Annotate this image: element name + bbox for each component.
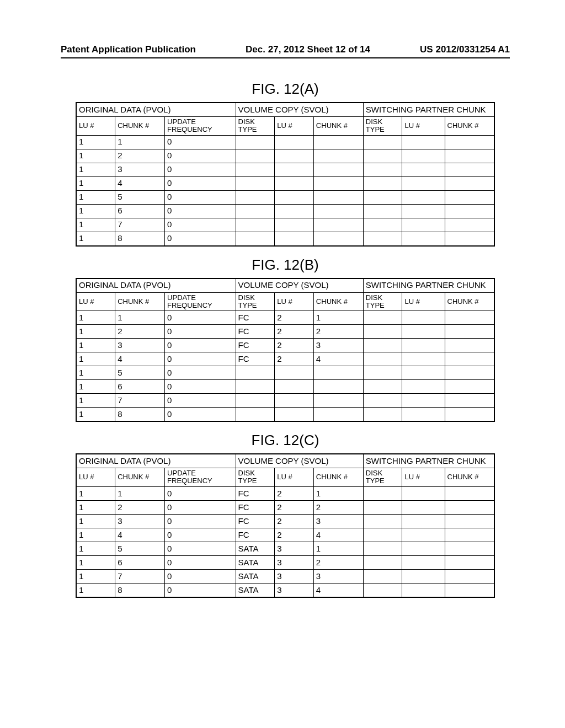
cell-lu: 1: [76, 542, 115, 555]
group-pvol: ORIGINAL DATA (PVOL): [76, 103, 236, 117]
col-chunk: CHUNK #: [445, 117, 494, 136]
table-row: 110FC21: [76, 486, 494, 500]
table-row: 170: [76, 218, 494, 232]
cell-lu: 1: [76, 486, 115, 500]
cell-upd: 0: [165, 218, 236, 232]
cell-pdisk: [363, 542, 402, 555]
cell-pdisk: [363, 352, 402, 366]
cell-pdisk: [363, 583, 402, 597]
cell-slu: 2: [275, 339, 314, 352]
cell-slu: [275, 380, 314, 394]
cell-upd: 0: [165, 569, 236, 583]
table-row: 140FC24: [76, 528, 494, 542]
cell-slu: 2: [275, 528, 314, 542]
cell-upd: 0: [165, 486, 236, 500]
cell-chunk: 8: [115, 408, 165, 422]
cell-pdisk: [363, 176, 402, 190]
page-header: Patent Application Publication Dec. 27, …: [61, 44, 510, 58]
cell-sdisk: [236, 394, 275, 408]
cell-slu: [275, 176, 314, 190]
cell-schunk: 3: [313, 514, 363, 528]
col-chunk: CHUNK #: [115, 292, 165, 311]
cell-slu: [275, 135, 314, 149]
cell-slu: [275, 190, 314, 204]
cell-pdisk: [363, 135, 402, 149]
cell-lu: 1: [76, 380, 115, 394]
cell-chunk: 1: [115, 486, 165, 500]
cell-lu: 1: [76, 190, 115, 204]
col-lu: LU #: [402, 468, 445, 487]
cell-sdisk: FC: [236, 514, 275, 528]
cell-chunk: 3: [115, 514, 165, 528]
cell-plu: [402, 149, 445, 163]
cell-slu: [275, 394, 314, 408]
col-chunk: CHUNK #: [313, 292, 363, 311]
cell-lu: 1: [76, 163, 115, 176]
cell-slu: 3: [275, 569, 314, 583]
cell-chunk: 5: [115, 542, 165, 555]
cell-pchunk: [445, 218, 494, 232]
cell-chunk: 4: [115, 176, 165, 190]
cell-pchunk: [445, 311, 494, 325]
cell-upd: 0: [165, 149, 236, 163]
cell-schunk: [313, 380, 363, 394]
cell-pdisk: [363, 204, 402, 218]
cell-pdisk: [363, 311, 402, 325]
fig-caption-c: FIG. 12(C): [61, 432, 510, 449]
col-update: UPDATE FREQUENCY: [165, 117, 236, 136]
cell-sdisk: SATA: [236, 569, 275, 583]
cell-sdisk: [236, 149, 275, 163]
tbody-b: 110FC21120FC22130FC23140FC24150160170180: [76, 311, 494, 422]
cell-sdisk: [236, 204, 275, 218]
col-lu: LU #: [275, 468, 314, 487]
cell-schunk: 2: [313, 325, 363, 339]
cell-upd: 0: [165, 190, 236, 204]
col-lu: LU #: [76, 468, 115, 487]
table-row: 150SATA31: [76, 542, 494, 555]
cell-pchunk: [445, 408, 494, 422]
cell-schunk: [313, 218, 363, 232]
cell-plu: [402, 394, 445, 408]
col-disk: DISK TYPE: [236, 117, 275, 136]
cell-plu: [402, 218, 445, 232]
col-lu: LU #: [76, 117, 115, 136]
col-update: UPDATE FREQUENCY: [165, 292, 236, 311]
cell-schunk: 4: [313, 352, 363, 366]
cell-chunk: 7: [115, 394, 165, 408]
table-row: 120FC22: [76, 325, 494, 339]
cell-sdisk: FC: [236, 339, 275, 352]
cell-lu: 1: [76, 325, 115, 339]
cell-upd: 0: [165, 311, 236, 325]
cell-schunk: 4: [313, 583, 363, 597]
cell-chunk: 6: [115, 555, 165, 569]
cell-lu: 1: [76, 339, 115, 352]
cell-schunk: [313, 190, 363, 204]
col-disk: DISK TYPE: [363, 117, 402, 136]
cell-sdisk: FC: [236, 311, 275, 325]
cell-upd: 0: [165, 542, 236, 555]
cell-pchunk: [445, 352, 494, 366]
cell-pdisk: [363, 232, 402, 246]
cell-slu: [275, 204, 314, 218]
cell-sdisk: [236, 366, 275, 380]
cell-schunk: [313, 176, 363, 190]
cell-schunk: [313, 232, 363, 246]
cell-pdisk: [363, 555, 402, 569]
cell-pchunk: [445, 366, 494, 380]
cell-plu: [402, 555, 445, 569]
cell-upd: 0: [165, 366, 236, 380]
cell-chunk: 7: [115, 218, 165, 232]
cell-pchunk: [445, 528, 494, 542]
cell-sdisk: SATA: [236, 542, 275, 555]
cell-plu: [402, 528, 445, 542]
col-lu: LU #: [76, 292, 115, 311]
cell-upd: 0: [165, 325, 236, 339]
cell-chunk: 3: [115, 339, 165, 352]
cell-chunk: 3: [115, 163, 165, 176]
col-disk: DISK TYPE: [236, 468, 275, 487]
group-svol: VOLUME COPY (SVOL): [236, 454, 363, 468]
table-row: 140FC24: [76, 352, 494, 366]
cell-upd: 0: [165, 408, 236, 422]
cell-lu: 1: [76, 394, 115, 408]
cell-schunk: [313, 394, 363, 408]
